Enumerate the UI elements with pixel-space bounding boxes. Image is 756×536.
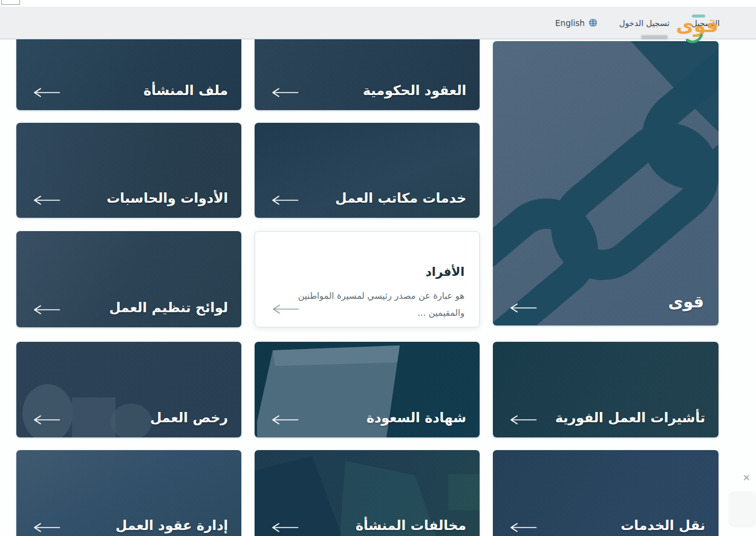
arrow-left-icon: [509, 414, 537, 425]
card-title: العقود الحكومية: [363, 83, 466, 98]
card-title: مخالفات المنشأة: [356, 518, 466, 533]
floating-widget: [728, 491, 756, 528]
arrow-left-icon: [509, 302, 537, 313]
logo-subtitle: [641, 35, 668, 39]
language-label: English: [555, 18, 585, 28]
card-title: الأفراد: [426, 264, 464, 279]
service-card-individuals[interactable]: الأفرادهو عبارة عن مصدر رئيسي لمسيرة الم…: [255, 231, 480, 327]
globe-icon: [588, 18, 598, 27]
close-icon[interactable]: ✕: [743, 472, 751, 483]
card-title: الأدوات والحاسبات: [106, 191, 228, 206]
arrow-left-icon: [32, 87, 60, 98]
top-strip: [0, 0, 756, 7]
card-title: إدارة عقود العمل: [116, 518, 228, 533]
qiwa-logo[interactable]: قوى: [669, 15, 721, 44]
card-title: تأشيرات العمل الفورية: [555, 410, 705, 425]
app-header: التسجيل تسجيل الدخول English قوى: [0, 7, 756, 39]
login-link[interactable]: تسجيل الدخول: [619, 18, 670, 28]
chain-link-image: [493, 41, 719, 325]
logo-green-swoosh-icon: [686, 34, 703, 44]
service-card-instant-work-visas[interactable]: تأشيرات العمل الفورية: [493, 342, 719, 437]
language-toggle[interactable]: English: [555, 18, 598, 28]
service-card-labor-office-services[interactable]: خدمات مكاتب العمل: [255, 123, 480, 218]
qiwa-landing-page: التسجيل تسجيل الدخول English قوى: [0, 0, 756, 536]
card-title: قوى: [668, 292, 704, 311]
service-card-services-transfer[interactable]: نقل الخدمات: [493, 450, 719, 536]
service-card-establishment-violations[interactable]: مخالفات المنشأة: [255, 450, 480, 536]
service-card-work-licenses[interactable]: رخص العمل: [16, 342, 241, 437]
arrow-left-icon: [271, 304, 299, 315]
arrow-left-icon: [32, 522, 60, 533]
service-card-work-contracts-management[interactable]: إدارة عقود العمل: [16, 450, 241, 536]
arrow-left-icon: [270, 87, 299, 98]
browser-tab-artifact: [1, 0, 20, 5]
service-card-work-regulations[interactable]: لوائح تنظيم العمل: [16, 231, 241, 327]
arrow-left-icon: [32, 414, 60, 425]
card-title: نقل الخدمات: [621, 518, 705, 533]
arrow-left-icon: [32, 304, 60, 315]
arrow-left-icon: [270, 195, 299, 206]
card-title: خدمات مكاتب العمل: [335, 191, 466, 206]
card-title: شهادة السعودة: [367, 410, 466, 425]
arrow-left-icon: [270, 414, 299, 425]
card-title: ملف المنشأة: [143, 83, 228, 98]
arrow-left-icon: [270, 522, 299, 533]
logo-text: قوى: [676, 16, 719, 35]
arrow-left-icon: [32, 195, 60, 206]
service-card-saudization-certificate[interactable]: شهادة السعودة: [255, 342, 480, 437]
arrow-left-icon: [509, 522, 537, 533]
services-grid: قوى العقود الحكومية ملف المنشأة خدمات مك…: [0, 0, 756, 536]
service-card-qiwa[interactable]: قوى: [493, 41, 719, 325]
service-card-tools-and-calculators[interactable]: الأدوات والحاسبات: [16, 123, 241, 218]
card-title: رخص العمل: [150, 410, 228, 425]
card-title: لوائح تنظيم العمل: [109, 300, 228, 315]
card-description: هو عبارة عن مصدر رئيسي لمسيرة المواطنين …: [271, 287, 464, 322]
